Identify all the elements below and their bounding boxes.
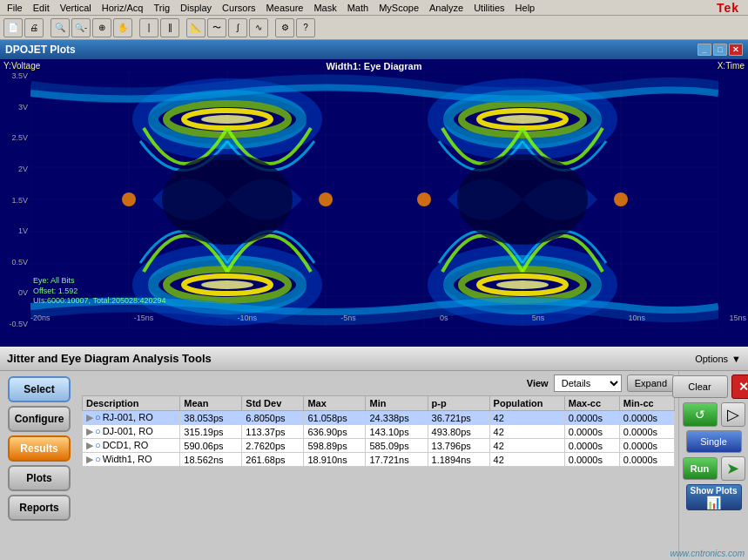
cell-mincc: 0.0000s bbox=[619, 453, 674, 467]
row-measure-icon: ○ bbox=[95, 412, 101, 422]
dpojet-maximize[interactable]: □ bbox=[713, 44, 727, 56]
cell-mean: 38.053ps bbox=[180, 411, 242, 425]
results-button[interactable]: Results bbox=[8, 435, 71, 462]
row-expand-icon[interactable]: ▶ bbox=[86, 440, 93, 450]
svg-point-26 bbox=[201, 280, 253, 289]
toolbar: 📄 🖨 🔍 🔍- ⊕ ✋ | ‖ 📐 〜 ∫ ∿ ⚙ ? bbox=[0, 16, 748, 40]
options-label: Options bbox=[695, 354, 728, 364]
cell-mincc: 0.0000s bbox=[619, 439, 674, 453]
col-min: Min bbox=[366, 396, 428, 411]
menu-utilities[interactable]: Utilities bbox=[468, 2, 509, 14]
y-tick-10: 1V bbox=[2, 226, 28, 235]
chart-icon: 📊 bbox=[706, 496, 721, 509]
tb-math2[interactable]: ∫ bbox=[228, 18, 247, 37]
x-tick-m5: -5ns bbox=[340, 314, 356, 322]
cell-desc: ▶○Width1, RO bbox=[83, 453, 180, 467]
tb-pan[interactable]: ✋ bbox=[113, 18, 132, 37]
svg-point-37 bbox=[122, 192, 136, 206]
configure-button[interactable]: Configure bbox=[8, 406, 71, 432]
menu-horiz-acq[interactable]: Horiz/Acq bbox=[97, 2, 149, 14]
tb-cursor1[interactable]: | bbox=[139, 18, 158, 37]
x-tick-0: 0s bbox=[440, 314, 448, 322]
col-mean: Mean bbox=[180, 396, 242, 411]
tb-waveform[interactable]: 〜 bbox=[207, 18, 226, 37]
cell-pp: 13.796ps bbox=[428, 439, 489, 453]
menu-help[interactable]: Help bbox=[510, 2, 541, 14]
results-table: Description Mean Std Dev Max Min p-p Pop… bbox=[82, 395, 675, 467]
tb-measure[interactable]: 📐 bbox=[186, 18, 206, 37]
cell-maxcc: 0.0000s bbox=[564, 439, 619, 453]
row-expand-icon[interactable]: ▶ bbox=[86, 412, 93, 422]
run-button[interactable]: Run bbox=[683, 457, 718, 480]
single-button[interactable]: Single bbox=[686, 430, 742, 453]
menu-edit[interactable]: Edit bbox=[28, 2, 55, 14]
tb-new[interactable]: 📄 bbox=[3, 18, 23, 37]
table-row[interactable]: ▶○RJ-001, RO 38.053ps 6.8050ps 61.058ps … bbox=[83, 411, 675, 425]
close-button[interactable]: ✕ bbox=[731, 374, 749, 399]
table-row[interactable]: ▶○Width1, RO 18.562ns 261.68ps 18.910ns … bbox=[83, 453, 675, 467]
svg-point-42 bbox=[457, 154, 588, 245]
y-axis-ticks: 3.5V 3V 2.5V 2V 1.5V 1V 0.5V 0V -0.5V bbox=[2, 71, 28, 328]
view-select[interactable]: Details Summary bbox=[554, 374, 622, 392]
cell-pop: 42 bbox=[489, 411, 564, 425]
recalc-button[interactable]: ↺ bbox=[683, 402, 718, 427]
dpojet-minimize[interactable]: _ bbox=[697, 44, 711, 56]
menu-measure[interactable]: Measure bbox=[261, 2, 309, 14]
menu-myscope[interactable]: MyScope bbox=[374, 2, 424, 14]
col-max: Max bbox=[304, 396, 366, 411]
menu-bar: File Edit Vertical Horiz/Acq Trig Displa… bbox=[0, 0, 748, 16]
tb-zoom-out[interactable]: 🔍- bbox=[71, 18, 91, 37]
tb-zoom-in[interactable]: 🔍 bbox=[51, 18, 70, 37]
options-dropdown-icon[interactable]: ▼ bbox=[731, 354, 741, 364]
expand-button[interactable]: Expand bbox=[627, 374, 675, 392]
cell-mincc: 0.0000s bbox=[619, 425, 674, 439]
row-measure-icon: ○ bbox=[95, 426, 101, 436]
x-tick-m10: -10ns bbox=[238, 314, 258, 322]
menu-math[interactable]: Math bbox=[342, 2, 374, 14]
y-tick-m05: -0.5V bbox=[2, 320, 28, 328]
reports-button[interactable]: Reports bbox=[8, 495, 71, 521]
bottom-content: Select Configure Results Plots Reports V… bbox=[0, 371, 748, 560]
menu-trig[interactable]: Trig bbox=[148, 2, 175, 14]
tb-cursor2[interactable]: ‖ bbox=[160, 18, 179, 37]
cell-pp: 1.1894ns bbox=[428, 453, 489, 467]
menu-file[interactable]: File bbox=[2, 2, 28, 14]
tb-print[interactable]: 🖨 bbox=[24, 18, 44, 37]
x-tick-10: 10ns bbox=[629, 314, 646, 322]
eye-info-offset: Offset: 1.592 bbox=[33, 287, 165, 297]
x-tick-m20: -20ns bbox=[30, 314, 51, 322]
row-expand-icon[interactable]: ▶ bbox=[86, 426, 93, 436]
bottom-panel: Jitter and Eye Diagram Analysis Tools Op… bbox=[0, 347, 748, 560]
oscilloscope-plot: Y:Voltage Width1: Eye Diagram X:Time 3.5… bbox=[0, 59, 748, 347]
tb-help[interactable]: ? bbox=[296, 18, 315, 37]
plots-button[interactable]: Plots bbox=[8, 465, 71, 491]
table-row[interactable]: ▶○DJ-001, RO 315.19ps 113.37ps 636.90ps … bbox=[83, 425, 675, 439]
plot-title: Width1: Eye Diagram bbox=[327, 61, 422, 71]
cell-desc: ▶○RJ-001, RO bbox=[83, 411, 180, 425]
tb-settings[interactable]: ⚙ bbox=[275, 18, 294, 37]
cell-mean: 590.06ps bbox=[180, 439, 242, 453]
row-expand-icon[interactable]: ▶ bbox=[86, 454, 93, 464]
x-tick-m15: -15ns bbox=[134, 314, 154, 322]
menu-analyze[interactable]: Analyze bbox=[424, 2, 468, 14]
forward-arrow-icon: ▷ bbox=[721, 402, 745, 427]
menu-display[interactable]: Display bbox=[175, 2, 217, 14]
table-row[interactable]: ▶○DCD1, RO 590.06ps 2.7620ps 598.89ps 58… bbox=[83, 439, 675, 453]
svg-point-38 bbox=[319, 192, 333, 206]
tb-fft[interactable]: ∿ bbox=[249, 18, 268, 37]
table-body: ▶○RJ-001, RO 38.053ps 6.8050ps 61.058ps … bbox=[83, 411, 675, 467]
show-plots-button[interactable]: Show Plots 📊 bbox=[686, 484, 742, 510]
col-mincc: Min-cc bbox=[619, 396, 674, 411]
menu-mask[interactable]: Mask bbox=[308, 2, 341, 14]
menu-vertical[interactable]: Vertical bbox=[55, 2, 97, 14]
cell-min: 585.09ps bbox=[366, 439, 428, 453]
dpojet-close[interactable]: ✕ bbox=[729, 44, 743, 56]
tb-zoom-fit[interactable]: ⊕ bbox=[92, 18, 111, 37]
cell-pp: 493.80ps bbox=[428, 425, 489, 439]
cell-max: 636.90ps bbox=[304, 425, 366, 439]
col-maxcc: Max-cc bbox=[564, 396, 619, 411]
menu-cursors[interactable]: Cursors bbox=[217, 2, 261, 14]
clear-button[interactable]: Clear bbox=[672, 375, 728, 398]
dpojet-title: DPOJET Plots bbox=[5, 44, 76, 56]
select-button[interactable]: Select bbox=[8, 376, 71, 402]
